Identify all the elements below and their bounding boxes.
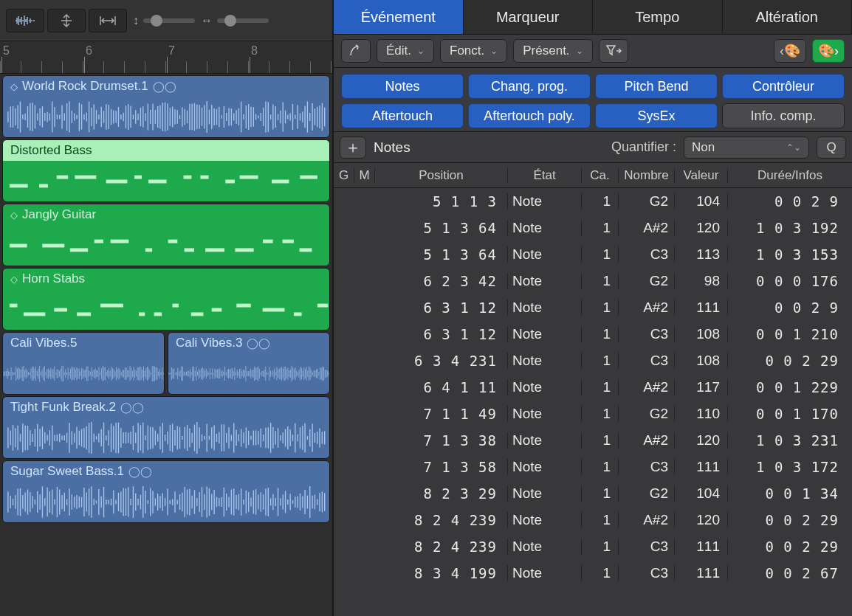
tab-événement[interactable]: Événement — [334, 0, 464, 34]
quantize-value: Non — [692, 140, 715, 155]
col-group[interactable]: G — [334, 168, 354, 183]
track-title: Tight Funk Break.2◯◯ — [3, 397, 329, 418]
quantize-select[interactable]: Non ⌃⌄ — [684, 136, 809, 159]
filter-aftertouch[interactable]: Aftertouch — [341, 103, 464, 128]
event-columns: G M Position État Ca. Nombre Valeur Duré… — [334, 163, 852, 188]
col-value[interactable]: Valeur — [675, 168, 728, 183]
timeline-ruler[interactable]: 5 6 7 8 — [0, 41, 332, 74]
event-row[interactable]: 7 1 3 58Note1C31111 0 3 172 — [334, 454, 852, 480]
svg-rect-34 — [191, 312, 204, 316]
svg-rect-6 — [148, 180, 167, 184]
event-row[interactable]: 5 1 3 64Note1C31131 0 3 153 — [334, 241, 852, 268]
event-row[interactable]: 6 2 3 42Note1G2980 0 0 176 — [334, 268, 852, 294]
track-title: ◇Horn Stabs — [3, 269, 329, 289]
track-title: Cali Vibes.5 — [3, 333, 164, 353]
filter-contr-leur[interactable]: Contrôleur — [722, 74, 845, 99]
view-menu[interactable]: Présent.⌄ — [513, 39, 592, 63]
track-region[interactable]: ◇Jangly Guitar — [2, 204, 330, 266]
event-row[interactable]: 8 2 4 239Note1A#21200 0 2 29 — [334, 507, 852, 533]
waveform-mode-button[interactable] — [6, 9, 44, 32]
quantize-button[interactable]: Q — [817, 136, 846, 159]
col-duration[interactable]: Durée/Infos — [728, 168, 852, 183]
ruler-mark: 8 — [251, 44, 258, 58]
filter-info-comp-[interactable]: Info. comp. — [722, 103, 845, 128]
color-prev-button[interactable]: ‹🎨 — [774, 39, 806, 63]
loop-icon: ◯◯ — [247, 337, 270, 349]
svg-rect-32 — [154, 312, 162, 316]
filter-sysex[interactable]: SysEx — [595, 103, 718, 128]
event-row[interactable]: 6 3 4 231Note1C31080 0 2 29 — [334, 347, 852, 374]
color-next-button[interactable]: 🎨› — [812, 39, 845, 63]
col-position[interactable]: Position — [375, 168, 508, 183]
palette-icon: 🎨› — [818, 43, 839, 59]
col-state[interactable]: État — [508, 168, 582, 183]
event-row[interactable]: 8 2 3 29Note1G21040 0 1 34 — [334, 480, 852, 507]
event-row[interactable]: 6 3 1 12Note1A#21110 0 2 9 — [334, 294, 852, 321]
track-region[interactable]: Tight Funk Break.2◯◯ — [2, 396, 330, 459]
svg-rect-31 — [139, 312, 145, 316]
svg-rect-2 — [57, 176, 68, 179]
edit-menu[interactable]: Édit.⌄ — [377, 39, 434, 63]
svg-rect-25 — [300, 248, 312, 252]
tab-altération[interactable]: Altération — [723, 0, 853, 34]
filter-aftertouch-poly-[interactable]: Aftertouch poly. — [468, 103, 591, 128]
event-row[interactable]: 8 2 4 239Note1C31110 0 2 29 — [334, 533, 852, 560]
col-channel[interactable]: Ca. — [582, 168, 619, 183]
event-row[interactable]: 6 3 1 12Note1C31080 0 1 210 — [334, 321, 852, 347]
track-region[interactable]: Distorted Bass — [2, 139, 330, 202]
track-title: Sugar Sweet Bass.1◯◯ — [3, 461, 329, 482]
event-row[interactable]: 7 1 3 38Note1A#21201 0 3 231 — [334, 427, 852, 454]
add-event-button[interactable]: ＋ — [340, 136, 366, 159]
tab-marqueur[interactable]: Marqueur — [464, 0, 594, 34]
svg-rect-26 — [10, 304, 18, 308]
track-region[interactable]: Cali Vibes.5 — [2, 332, 165, 395]
track-title: Cali Vibes.3◯◯ — [168, 333, 329, 353]
svg-rect-7 — [184, 176, 192, 179]
svg-rect-1 — [39, 184, 48, 187]
waveform-icon — [15, 15, 35, 27]
quantize-label: Quantifier : — [611, 139, 676, 155]
track-region[interactable]: ◇Horn Stabs — [2, 268, 330, 331]
svg-rect-21 — [205, 248, 224, 252]
functions-menu[interactable]: Fonct.⌄ — [440, 39, 507, 63]
track-region[interactable]: ◇World Rock Drumset.1◯◯ — [2, 75, 330, 138]
svg-rect-8 — [200, 176, 208, 179]
svg-rect-19 — [168, 240, 178, 243]
event-row[interactable]: 6 4 1 11Note1A#21170 0 1 229 — [334, 374, 852, 401]
col-number[interactable]: Nombre — [619, 168, 675, 183]
tab-tempo[interactable]: Tempo — [593, 0, 723, 34]
horizontal-fit-button[interactable] — [89, 9, 127, 32]
view-menu-label: Présent. — [523, 44, 569, 58]
filter-chang-prog-[interactable]: Chang. prog. — [468, 74, 591, 99]
horizontal-zoom-slider[interactable]: ↔ — [201, 14, 269, 27]
catch-icon — [348, 44, 363, 58]
col-mute[interactable]: M — [354, 168, 375, 183]
catch-playhead-button[interactable] — [341, 39, 371, 63]
track-title: ◇Jangly Guitar — [3, 204, 329, 225]
region-handle-icon: ◇ — [10, 274, 18, 285]
track-region[interactable]: Sugar Sweet Bass.1◯◯ — [2, 460, 330, 523]
track-toolbar: ↕ ↔ — [0, 0, 332, 41]
svg-rect-9 — [225, 180, 235, 184]
svg-rect-29 — [77, 312, 91, 316]
list-title: Notes — [374, 139, 410, 156]
svg-rect-4 — [106, 180, 128, 184]
svg-rect-13 — [10, 244, 27, 248]
chevron-down-icon: ⌄ — [417, 46, 425, 56]
region-handle-icon: ◇ — [10, 81, 18, 92]
event-row[interactable]: 5 1 1 3Note1G21040 0 2 9 — [334, 188, 852, 215]
vertical-arrows-icon: ↕ — [133, 14, 139, 27]
horizontal-arrows-icon: ↔ — [201, 14, 213, 27]
event-row[interactable]: 8 3 4 199Note1C31110 0 2 67 — [334, 560, 852, 586]
svg-rect-36 — [236, 304, 250, 308]
vertical-zoom-button[interactable] — [47, 9, 86, 32]
event-row[interactable]: 5 1 3 64Note1A#21201 0 3 192 — [334, 215, 852, 241]
filter-button[interactable] — [599, 39, 628, 63]
vertical-zoom-slider[interactable]: ↕ — [133, 14, 195, 27]
svg-rect-11 — [272, 180, 289, 184]
svg-rect-15 — [70, 248, 88, 252]
filter-pitch-bend[interactable]: Pitch Bend — [595, 74, 718, 99]
filter-notes[interactable]: Notes — [341, 74, 464, 99]
track-region[interactable]: Cali Vibes.3◯◯ — [168, 332, 330, 395]
event-row[interactable]: 7 1 1 49Note1G21100 0 1 170 — [334, 401, 852, 427]
